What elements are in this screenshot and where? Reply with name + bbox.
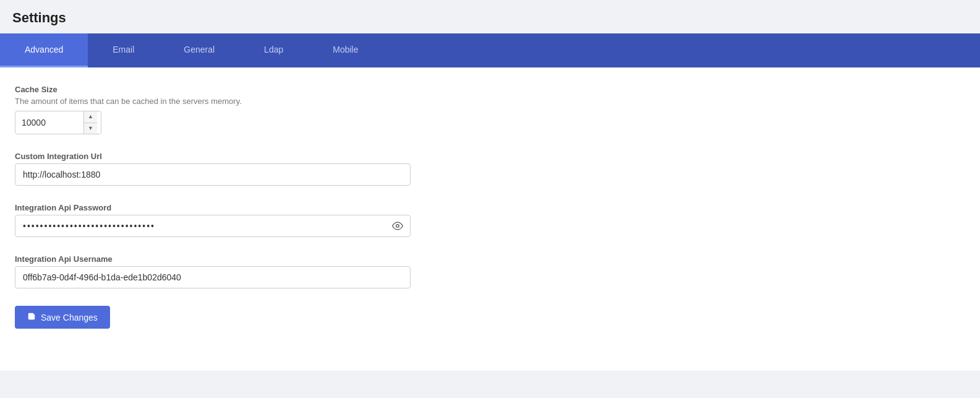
save-icon — [27, 312, 36, 322]
save-changes-label: Save Changes — [41, 313, 98, 322]
toggle-password-visibility[interactable] — [391, 219, 404, 233]
floppy-disk-icon — [27, 312, 36, 321]
footer-bar — [0, 371, 980, 389]
save-changes-button[interactable]: Save Changes — [15, 306, 110, 329]
tab-general[interactable]: General — [159, 33, 239, 67]
cache-size-input-wrapper: ▲ ▼ — [15, 111, 101, 134]
api-password-label: Integration Api Password — [15, 203, 965, 212]
cache-size-input[interactable] — [15, 113, 83, 132]
cache-size-decrement[interactable]: ▼ — [84, 123, 97, 134]
cache-size-label: Cache Size — [15, 85, 965, 94]
api-password-wrapper — [15, 215, 411, 237]
integration-url-section: Custom Integration Url — [15, 152, 965, 186]
page-header: Settings — [0, 0, 980, 33]
cache-size-section: Cache Size The amount of items that can … — [15, 85, 965, 134]
integration-url-label: Custom Integration Url — [15, 152, 965, 161]
tab-mobile[interactable]: Mobile — [308, 33, 383, 67]
content-area: Cache Size The amount of items that can … — [0, 67, 980, 371]
api-password-section: Integration Api Password — [15, 203, 965, 237]
cache-size-description: The amount of items that can be cached i… — [15, 97, 965, 106]
tabs-bar: Advanced Email General Ldap Mobile — [0, 33, 980, 67]
api-username-section: Integration Api Username — [15, 254, 965, 288]
eye-icon — [392, 220, 403, 231]
svg-point-0 — [396, 225, 399, 228]
integration-url-input[interactable] — [15, 163, 411, 186]
page-title: Settings — [12, 10, 968, 26]
cache-size-spinner: ▲ ▼ — [83, 111, 97, 134]
tab-advanced[interactable]: Advanced — [0, 33, 88, 67]
api-username-label: Integration Api Username — [15, 254, 965, 264]
cache-size-increment[interactable]: ▲ — [84, 111, 97, 123]
tab-email[interactable]: Email — [88, 33, 159, 67]
api-username-input[interactable] — [15, 266, 411, 288]
api-password-input[interactable] — [15, 215, 411, 237]
tab-ldap[interactable]: Ldap — [239, 33, 308, 67]
